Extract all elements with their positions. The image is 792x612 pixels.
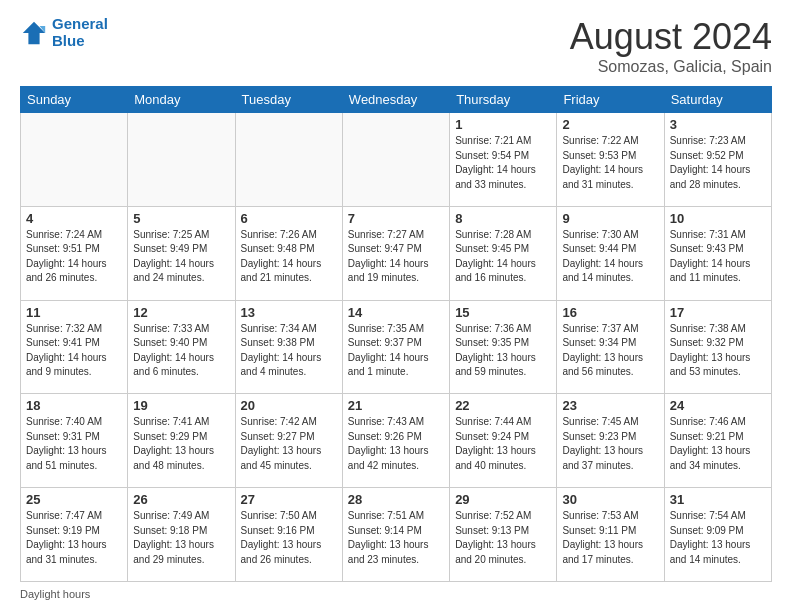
day-number: 9: [562, 211, 658, 226]
day-info: Sunrise: 7:32 AMSunset: 9:41 PMDaylight:…: [26, 322, 122, 380]
calendar-cell: 14Sunrise: 7:35 AMSunset: 9:37 PMDayligh…: [342, 300, 449, 394]
day-number: 31: [670, 492, 766, 507]
day-number: 8: [455, 211, 551, 226]
calendar-cell: 24Sunrise: 7:46 AMSunset: 9:21 PMDayligh…: [664, 394, 771, 488]
calendar-cell: 29Sunrise: 7:52 AMSunset: 9:13 PMDayligh…: [450, 488, 557, 582]
day-info: Sunrise: 7:42 AMSunset: 9:27 PMDaylight:…: [241, 415, 337, 473]
day-info: Sunrise: 7:21 AMSunset: 9:54 PMDaylight:…: [455, 134, 551, 192]
day-info: Sunrise: 7:52 AMSunset: 9:13 PMDaylight:…: [455, 509, 551, 567]
header: General Blue August 2024 Somozas, Galici…: [20, 16, 772, 76]
calendar-cell: 21Sunrise: 7:43 AMSunset: 9:26 PMDayligh…: [342, 394, 449, 488]
day-number: 6: [241, 211, 337, 226]
day-number: 12: [133, 305, 229, 320]
day-number: 23: [562, 398, 658, 413]
calendar-cell: 8Sunrise: 7:28 AMSunset: 9:45 PMDaylight…: [450, 206, 557, 300]
day-info: Sunrise: 7:53 AMSunset: 9:11 PMDaylight:…: [562, 509, 658, 567]
calendar-cell: [342, 113, 449, 207]
calendar-cell: 11Sunrise: 7:32 AMSunset: 9:41 PMDayligh…: [21, 300, 128, 394]
day-number: 5: [133, 211, 229, 226]
calendar-header-tuesday: Tuesday: [235, 87, 342, 113]
day-info: Sunrise: 7:45 AMSunset: 9:23 PMDaylight:…: [562, 415, 658, 473]
calendar-week-5: 25Sunrise: 7:47 AMSunset: 9:19 PMDayligh…: [21, 488, 772, 582]
logo: General Blue: [20, 16, 108, 49]
calendar-cell: 30Sunrise: 7:53 AMSunset: 9:11 PMDayligh…: [557, 488, 664, 582]
calendar-cell: 19Sunrise: 7:41 AMSunset: 9:29 PMDayligh…: [128, 394, 235, 488]
day-number: 7: [348, 211, 444, 226]
day-number: 11: [26, 305, 122, 320]
day-number: 10: [670, 211, 766, 226]
calendar-cell: 26Sunrise: 7:49 AMSunset: 9:18 PMDayligh…: [128, 488, 235, 582]
calendar-week-1: 1Sunrise: 7:21 AMSunset: 9:54 PMDaylight…: [21, 113, 772, 207]
day-number: 3: [670, 117, 766, 132]
day-number: 19: [133, 398, 229, 413]
calendar-table: SundayMondayTuesdayWednesdayThursdayFrid…: [20, 86, 772, 582]
day-number: 28: [348, 492, 444, 507]
calendar-header-row: SundayMondayTuesdayWednesdayThursdayFrid…: [21, 87, 772, 113]
day-info: Sunrise: 7:28 AMSunset: 9:45 PMDaylight:…: [455, 228, 551, 286]
day-info: Sunrise: 7:38 AMSunset: 9:32 PMDaylight:…: [670, 322, 766, 380]
calendar-cell: 22Sunrise: 7:44 AMSunset: 9:24 PMDayligh…: [450, 394, 557, 488]
footer: Daylight hours: [20, 588, 772, 600]
logo-text: General Blue: [52, 16, 108, 49]
calendar-header-thursday: Thursday: [450, 87, 557, 113]
calendar-week-4: 18Sunrise: 7:40 AMSunset: 9:31 PMDayligh…: [21, 394, 772, 488]
day-number: 2: [562, 117, 658, 132]
day-info: Sunrise: 7:24 AMSunset: 9:51 PMDaylight:…: [26, 228, 122, 286]
day-number: 15: [455, 305, 551, 320]
calendar-week-3: 11Sunrise: 7:32 AMSunset: 9:41 PMDayligh…: [21, 300, 772, 394]
day-info: Sunrise: 7:35 AMSunset: 9:37 PMDaylight:…: [348, 322, 444, 380]
calendar-cell: 4Sunrise: 7:24 AMSunset: 9:51 PMDaylight…: [21, 206, 128, 300]
day-number: 30: [562, 492, 658, 507]
day-number: 22: [455, 398, 551, 413]
calendar-cell: [21, 113, 128, 207]
day-info: Sunrise: 7:47 AMSunset: 9:19 PMDaylight:…: [26, 509, 122, 567]
day-number: 21: [348, 398, 444, 413]
calendar-cell: 3Sunrise: 7:23 AMSunset: 9:52 PMDaylight…: [664, 113, 771, 207]
calendar-header-wednesday: Wednesday: [342, 87, 449, 113]
calendar-cell: 7Sunrise: 7:27 AMSunset: 9:47 PMDaylight…: [342, 206, 449, 300]
calendar-cell: 13Sunrise: 7:34 AMSunset: 9:38 PMDayligh…: [235, 300, 342, 394]
day-info: Sunrise: 7:40 AMSunset: 9:31 PMDaylight:…: [26, 415, 122, 473]
day-number: 18: [26, 398, 122, 413]
day-info: Sunrise: 7:23 AMSunset: 9:52 PMDaylight:…: [670, 134, 766, 192]
day-number: 17: [670, 305, 766, 320]
location: Somozas, Galicia, Spain: [570, 58, 772, 76]
day-number: 1: [455, 117, 551, 132]
day-info: Sunrise: 7:30 AMSunset: 9:44 PMDaylight:…: [562, 228, 658, 286]
logo-icon: [20, 19, 48, 47]
calendar-cell: 12Sunrise: 7:33 AMSunset: 9:40 PMDayligh…: [128, 300, 235, 394]
calendar-cell: 18Sunrise: 7:40 AMSunset: 9:31 PMDayligh…: [21, 394, 128, 488]
day-info: Sunrise: 7:49 AMSunset: 9:18 PMDaylight:…: [133, 509, 229, 567]
day-number: 14: [348, 305, 444, 320]
calendar-cell: 16Sunrise: 7:37 AMSunset: 9:34 PMDayligh…: [557, 300, 664, 394]
day-number: 26: [133, 492, 229, 507]
calendar-cell: 10Sunrise: 7:31 AMSunset: 9:43 PMDayligh…: [664, 206, 771, 300]
title-area: August 2024 Somozas, Galicia, Spain: [570, 16, 772, 76]
calendar-cell: 20Sunrise: 7:42 AMSunset: 9:27 PMDayligh…: [235, 394, 342, 488]
calendar-header-friday: Friday: [557, 87, 664, 113]
day-info: Sunrise: 7:27 AMSunset: 9:47 PMDaylight:…: [348, 228, 444, 286]
calendar-cell: [128, 113, 235, 207]
day-number: 13: [241, 305, 337, 320]
calendar-cell: 25Sunrise: 7:47 AMSunset: 9:19 PMDayligh…: [21, 488, 128, 582]
footer-text: Daylight hours: [20, 588, 90, 600]
day-info: Sunrise: 7:43 AMSunset: 9:26 PMDaylight:…: [348, 415, 444, 473]
calendar-header-sunday: Sunday: [21, 87, 128, 113]
calendar-cell: 6Sunrise: 7:26 AMSunset: 9:48 PMDaylight…: [235, 206, 342, 300]
day-info: Sunrise: 7:36 AMSunset: 9:35 PMDaylight:…: [455, 322, 551, 380]
day-number: 4: [26, 211, 122, 226]
calendar-cell: 23Sunrise: 7:45 AMSunset: 9:23 PMDayligh…: [557, 394, 664, 488]
calendar-cell: 28Sunrise: 7:51 AMSunset: 9:14 PMDayligh…: [342, 488, 449, 582]
svg-marker-0: [23, 21, 45, 43]
day-info: Sunrise: 7:50 AMSunset: 9:16 PMDaylight:…: [241, 509, 337, 567]
calendar-cell: 5Sunrise: 7:25 AMSunset: 9:49 PMDaylight…: [128, 206, 235, 300]
calendar-header-monday: Monday: [128, 87, 235, 113]
day-info: Sunrise: 7:51 AMSunset: 9:14 PMDaylight:…: [348, 509, 444, 567]
calendar-cell: [235, 113, 342, 207]
calendar-cell: 17Sunrise: 7:38 AMSunset: 9:32 PMDayligh…: [664, 300, 771, 394]
month-title: August 2024: [570, 16, 772, 58]
day-number: 24: [670, 398, 766, 413]
calendar-cell: 9Sunrise: 7:30 AMSunset: 9:44 PMDaylight…: [557, 206, 664, 300]
calendar-header-saturday: Saturday: [664, 87, 771, 113]
day-info: Sunrise: 7:46 AMSunset: 9:21 PMDaylight:…: [670, 415, 766, 473]
